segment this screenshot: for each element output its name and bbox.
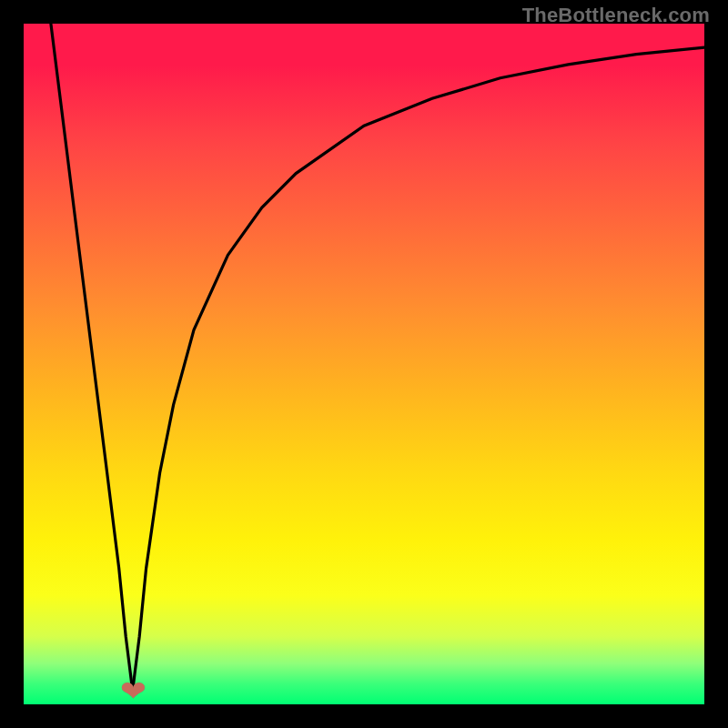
plot-area: ❤ bbox=[24, 24, 704, 704]
curve-left bbox=[51, 24, 133, 691]
watermark-text: TheBottleneck.com bbox=[522, 4, 710, 27]
heart-icon: ❤ bbox=[120, 674, 146, 704]
curve-right bbox=[133, 47, 704, 691]
curve-svg bbox=[24, 24, 704, 704]
chart-frame: ❤ TheBottleneck.com bbox=[0, 0, 728, 728]
